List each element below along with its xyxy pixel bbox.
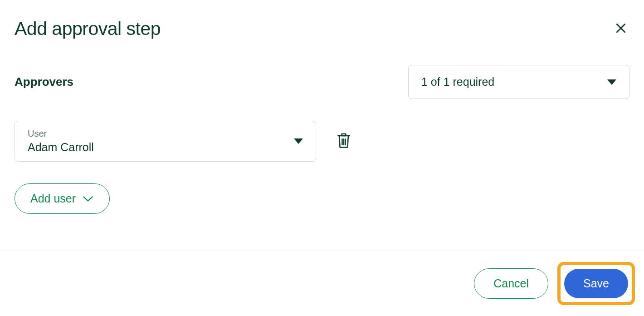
approver-user-row: User Adam Carroll (15, 121, 629, 162)
cancel-button-label: Cancel (493, 277, 529, 290)
approvers-section-label: Approvers (15, 75, 73, 89)
caret-down-icon (607, 79, 616, 85)
save-button-highlight: Save (557, 262, 635, 305)
user-select-text: User Adam Carroll (28, 128, 94, 154)
delete-approver-button[interactable] (336, 132, 351, 151)
add-user-button[interactable]: Add user (15, 183, 110, 214)
required-count-value: 1 of 1 required (421, 75, 494, 89)
modal-header: Add approval step (15, 18, 629, 40)
modal-title: Add approval step (15, 18, 161, 40)
approvers-row: Approvers 1 of 1 required (15, 65, 629, 99)
user-select-label: User (28, 128, 94, 139)
required-count-dropdown[interactable]: 1 of 1 required (408, 65, 629, 99)
user-select-value: Adam Carroll (28, 141, 94, 154)
close-icon[interactable] (612, 20, 629, 39)
modal-footer: Cancel Save (0, 251, 644, 316)
add-user-label: Add user (30, 192, 76, 205)
user-select-dropdown[interactable]: User Adam Carroll (15, 121, 316, 162)
chevron-down-icon (82, 195, 94, 202)
cancel-button[interactable]: Cancel (474, 268, 548, 299)
save-button-label: Save (583, 277, 609, 290)
modal-content: Add approval step Approvers 1 of 1 requi… (0, 0, 644, 214)
caret-down-icon (294, 138, 303, 144)
save-button[interactable]: Save (564, 269, 628, 298)
